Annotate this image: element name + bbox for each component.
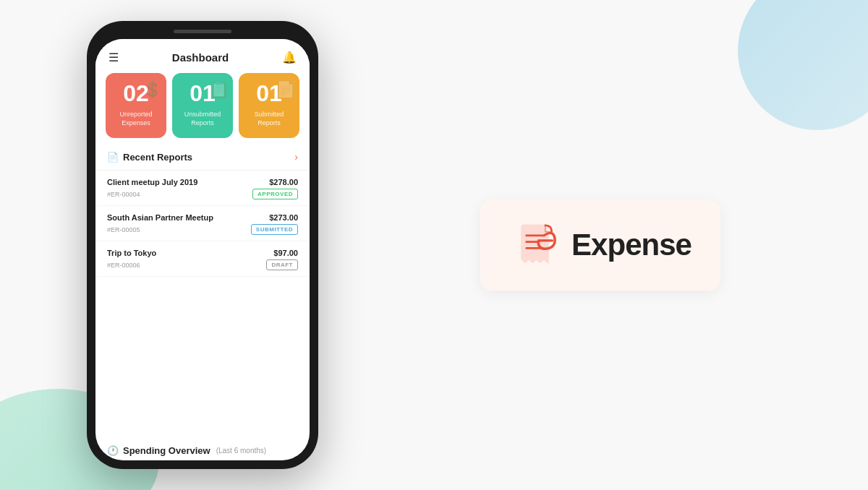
logo-section: Expense: [318, 199, 839, 291]
main-layout: ☰ Dashboard 🔔 02 💲 UnreportedExpenses 01…: [0, 0, 868, 490]
report-bottom-row-3: #ER-00006 DRAFT: [107, 259, 298, 270]
report-item-3[interactable]: Trip to Tokyo $97.00 #ER-00006 DRAFT: [95, 241, 310, 277]
report-top-row-2: South Asian Partner Meetup $273.00: [107, 213, 298, 222]
status-badge-draft: DRAFT: [266, 259, 298, 270]
report-id-1: #ER-00004: [107, 191, 140, 198]
report-id-2: #ER-00005: [107, 226, 140, 233]
report-item-2[interactable]: South Asian Partner Meetup $273.00 #ER-0…: [95, 206, 310, 241]
phone-screen: ☰ Dashboard 🔔 02 💲 UnreportedExpenses 01…: [95, 39, 310, 460]
report-item-1[interactable]: Client meetup July 2019 $278.00 #ER-0000…: [95, 171, 310, 206]
stats-row: 02 💲 UnreportedExpenses 01 📋 Unsubmitted…: [95, 73, 310, 148]
stat-icon-submitted: 📄: [276, 80, 295, 99]
app-title: Dashboard: [172, 51, 229, 64]
report-amount-1: $278.00: [269, 178, 298, 186]
stat-card-submitted[interactable]: 01 📄 SubmittedReports: [239, 73, 299, 138]
report-bottom-row-1: #ER-00004 APPROVED: [107, 189, 298, 199]
stat-label-unsubmitted: UnsubmittedReports: [184, 111, 221, 127]
recent-reports-header: 📄 Recent Reports ›: [95, 148, 310, 171]
status-badge-submitted: SUBMITTED: [251, 224, 298, 235]
hamburger-icon[interactable]: ☰: [109, 51, 119, 64]
report-name-1: Client meetup July 2019: [107, 178, 197, 186]
phone-notch: [174, 30, 231, 33]
report-bottom-row-2: #ER-00005 SUBMITTED: [107, 224, 298, 235]
report-top-row-1: Client meetup July 2019 $278.00: [107, 178, 298, 186]
section-title-group: 📄 Recent Reports: [107, 152, 192, 163]
reports-list-icon: 📄: [107, 152, 119, 163]
phone-mockup: ☰ Dashboard 🔔 02 💲 UnreportedExpenses 01…: [87, 21, 318, 469]
report-list: Client meetup July 2019 $278.00 #ER-0000…: [95, 171, 310, 438]
stat-card-unreported[interactable]: 02 💲 UnreportedExpenses: [106, 73, 166, 138]
spending-title: Spending Overview: [123, 445, 210, 456]
logo-text: Expense: [571, 228, 692, 262]
report-amount-3: $97.00: [273, 249, 298, 257]
stat-icon-unsubmitted: 📋: [209, 80, 229, 99]
spending-clock-icon: 🕐: [107, 445, 119, 456]
spending-subtitle: (Last 6 months): [216, 447, 266, 455]
spending-section: 🕐 Spending Overview (Last 6 months): [95, 438, 310, 460]
bell-icon[interactable]: 🔔: [282, 51, 297, 64]
report-id-3: #ER-00006: [107, 262, 140, 269]
recent-reports-arrow[interactable]: ›: [294, 151, 298, 163]
report-amount-2: $273.00: [269, 213, 298, 222]
status-badge-approved: APPROVED: [252, 189, 298, 199]
report-name-3: Trip to Tokyo: [107, 249, 156, 257]
stat-icon-unreported: 💲: [142, 80, 162, 99]
app-header: ☰ Dashboard 🔔: [95, 39, 310, 73]
expense-logo-icon: [509, 220, 560, 270]
logo-box: Expense: [480, 199, 720, 291]
report-top-row-3: Trip to Tokyo $97.00: [107, 249, 298, 257]
stat-label-unreported: UnreportedExpenses: [119, 111, 152, 127]
stat-card-unsubmitted[interactable]: 01 📋 UnsubmittedReports: [172, 73, 233, 138]
report-name-2: South Asian Partner Meetup: [107, 213, 213, 222]
recent-reports-title: Recent Reports: [123, 152, 192, 163]
stat-label-submitted: SubmittedReports: [255, 111, 284, 127]
